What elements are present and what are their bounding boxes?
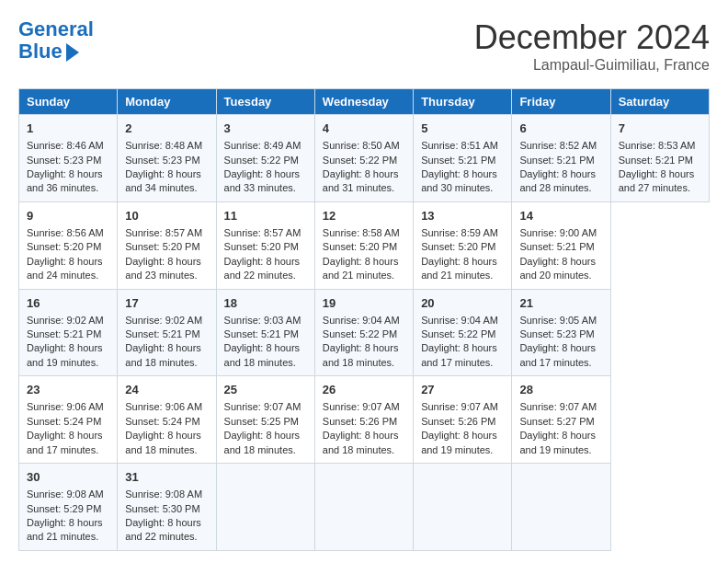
calendar-cell: 25Sunrise: 9:07 AMSunset: 5:25 PMDayligh…	[216, 376, 314, 464]
calendar-cell: 12Sunrise: 8:58 AMSunset: 5:20 PMDayligh…	[314, 201, 413, 289]
daylight-hours: Daylight: 8 hours and 36 minutes.	[27, 167, 109, 196]
daylight-hours: Daylight: 8 hours and 31 minutes.	[323, 167, 405, 196]
day-number: 23	[27, 382, 109, 398]
sunset-time: Sunset: 5:20 PM	[323, 240, 405, 254]
calendar-cell: 13Sunrise: 8:59 AMSunset: 5:20 PMDayligh…	[414, 201, 512, 289]
daylight-hours: Daylight: 8 hours and 28 minutes.	[519, 167, 602, 196]
calendar-cell: 19Sunrise: 9:04 AMSunset: 5:22 PMDayligh…	[314, 289, 413, 376]
sunrise-time: Sunrise: 8:52 AM	[519, 139, 602, 153]
header-sunday: Sunday	[19, 89, 118, 115]
daylight-hours: Daylight: 8 hours and 34 minutes.	[125, 167, 208, 196]
calendar-cell: 28Sunrise: 9:07 AMSunset: 5:27 PMDayligh…	[512, 376, 610, 464]
day-number: 28	[519, 382, 602, 398]
week-row-4: 23Sunrise: 9:06 AMSunset: 5:24 PMDayligh…	[19, 376, 710, 464]
week-row-5: 30Sunrise: 9:08 AMSunset: 5:29 PMDayligh…	[19, 464, 710, 551]
sunrise-time: Sunrise: 8:48 AM	[125, 139, 208, 153]
day-number: 19	[323, 295, 405, 312]
daylight-hours: Daylight: 8 hours and 17 minutes.	[27, 429, 109, 457]
day-number: 25	[224, 382, 307, 398]
daylight-hours: Daylight: 8 hours and 20 minutes.	[519, 255, 602, 283]
calendar-table: SundayMondayTuesdayWednesdayThursdayFrid…	[18, 88, 710, 551]
week-row-1: 1Sunrise: 8:46 AMSunset: 5:23 PMDaylight…	[19, 115, 710, 202]
sunrise-time: Sunrise: 9:00 AM	[519, 226, 602, 240]
sunrise-time: Sunrise: 8:59 AM	[421, 226, 504, 240]
calendar-body: 1Sunrise: 8:46 AMSunset: 5:23 PMDaylight…	[19, 115, 710, 551]
day-number: 3	[224, 121, 307, 137]
daylight-hours: Daylight: 8 hours and 18 minutes.	[323, 341, 405, 370]
calendar-cell	[414, 464, 512, 551]
sunrise-time: Sunrise: 9:07 AM	[519, 400, 602, 414]
week-row-2: 9Sunrise: 8:56 AMSunset: 5:20 PMDaylight…	[19, 201, 710, 289]
daylight-hours: Daylight: 8 hours and 22 minutes.	[125, 516, 208, 545]
day-number: 30	[27, 469, 109, 486]
calendar-cell: 20Sunrise: 9:04 AMSunset: 5:22 PMDayligh…	[414, 289, 512, 376]
calendar-cell	[512, 464, 610, 551]
sunset-time: Sunset: 5:22 PM	[421, 327, 504, 341]
calendar-cell: 4Sunrise: 8:50 AMSunset: 5:22 PMDaylight…	[314, 115, 413, 202]
daylight-hours: Daylight: 8 hours and 33 minutes.	[224, 167, 307, 196]
sunset-time: Sunset: 5:20 PM	[421, 240, 504, 254]
sunset-time: Sunset: 5:23 PM	[125, 154, 208, 167]
day-number: 9	[27, 208, 109, 224]
daylight-hours: Daylight: 8 hours and 21 minutes.	[27, 516, 109, 545]
sunrise-time: Sunrise: 9:08 AM	[125, 488, 208, 501]
day-number: 18	[224, 295, 307, 312]
sunrise-time: Sunrise: 9:05 AM	[519, 314, 602, 327]
sunrise-time: Sunrise: 9:07 AM	[421, 400, 504, 414]
header-thursday: Thursday	[414, 89, 512, 115]
sunset-time: Sunset: 5:20 PM	[125, 240, 208, 254]
sunset-time: Sunset: 5:23 PM	[519, 327, 602, 341]
calendar-cell: 18Sunrise: 9:03 AMSunset: 5:21 PMDayligh…	[216, 289, 314, 376]
sunset-time: Sunset: 5:21 PM	[224, 327, 307, 341]
sunrise-time: Sunrise: 9:04 AM	[323, 314, 405, 327]
sunset-time: Sunset: 5:29 PM	[27, 502, 109, 516]
day-number: 21	[519, 295, 602, 312]
sunrise-time: Sunrise: 9:07 AM	[224, 400, 307, 414]
daylight-hours: Daylight: 8 hours and 19 minutes.	[421, 429, 504, 457]
day-number: 16	[27, 295, 109, 312]
sunrise-time: Sunrise: 9:08 AM	[27, 488, 109, 501]
daylight-hours: Daylight: 8 hours and 21 minutes.	[323, 255, 405, 283]
sunset-time: Sunset: 5:21 PM	[619, 154, 701, 167]
daylight-hours: Daylight: 8 hours and 18 minutes.	[224, 341, 307, 370]
calendar-cell: 2Sunrise: 8:48 AMSunset: 5:23 PMDaylight…	[118, 115, 216, 202]
daylight-hours: Daylight: 8 hours and 27 minutes.	[619, 167, 701, 196]
calendar-cell: 6Sunrise: 8:52 AMSunset: 5:21 PMDaylight…	[512, 115, 610, 202]
daylight-hours: Daylight: 8 hours and 24 minutes.	[27, 255, 109, 283]
calendar-cell: 5Sunrise: 8:51 AMSunset: 5:21 PMDaylight…	[414, 115, 512, 202]
daylight-hours: Daylight: 8 hours and 18 minutes.	[224, 429, 307, 457]
sunrise-time: Sunrise: 8:58 AM	[323, 226, 405, 240]
calendar-cell: 31Sunrise: 9:08 AMSunset: 5:30 PMDayligh…	[118, 464, 216, 551]
day-number: 17	[125, 295, 208, 312]
daylight-hours: Daylight: 8 hours and 22 minutes.	[224, 255, 307, 283]
daylight-hours: Daylight: 8 hours and 23 minutes.	[125, 255, 208, 283]
day-number: 31	[125, 469, 208, 486]
calendar-cell	[314, 464, 413, 551]
calendar-cell: 30Sunrise: 9:08 AMSunset: 5:29 PMDayligh…	[19, 464, 118, 551]
day-number: 14	[519, 208, 602, 224]
sunrise-time: Sunrise: 9:02 AM	[125, 314, 208, 327]
header-row: SundayMondayTuesdayWednesdayThursdayFrid…	[19, 89, 710, 115]
daylight-hours: Daylight: 8 hours and 18 minutes.	[125, 429, 208, 457]
sunset-time: Sunset: 5:22 PM	[224, 154, 307, 167]
sunset-time: Sunset: 5:24 PM	[125, 415, 208, 429]
logo: General Blue	[18, 18, 94, 63]
sunset-time: Sunset: 5:22 PM	[323, 327, 405, 341]
sunrise-time: Sunrise: 9:03 AM	[224, 314, 307, 327]
sunset-time: Sunset: 5:20 PM	[27, 240, 109, 254]
calendar-cell: 16Sunrise: 9:02 AMSunset: 5:21 PMDayligh…	[19, 289, 118, 376]
calendar-cell: 26Sunrise: 9:07 AMSunset: 5:26 PMDayligh…	[314, 376, 413, 464]
day-number: 4	[323, 121, 405, 137]
day-number: 1	[27, 121, 109, 137]
sunset-time: Sunset: 5:20 PM	[224, 240, 307, 254]
logo-text-blue: Blue	[18, 40, 63, 63]
daylight-hours: Daylight: 8 hours and 18 minutes.	[125, 341, 208, 370]
sunrise-time: Sunrise: 9:02 AM	[27, 314, 109, 327]
sunset-time: Sunset: 5:25 PM	[224, 415, 307, 429]
daylight-hours: Daylight: 8 hours and 19 minutes.	[519, 429, 602, 457]
calendar-cell: 11Sunrise: 8:57 AMSunset: 5:20 PMDayligh…	[216, 201, 314, 289]
sunrise-time: Sunrise: 9:06 AM	[125, 400, 208, 414]
sunrise-time: Sunrise: 8:56 AM	[27, 226, 109, 240]
sunrise-time: Sunrise: 8:51 AM	[421, 139, 504, 153]
calendar-cell: 14Sunrise: 9:00 AMSunset: 5:21 PMDayligh…	[512, 201, 610, 289]
